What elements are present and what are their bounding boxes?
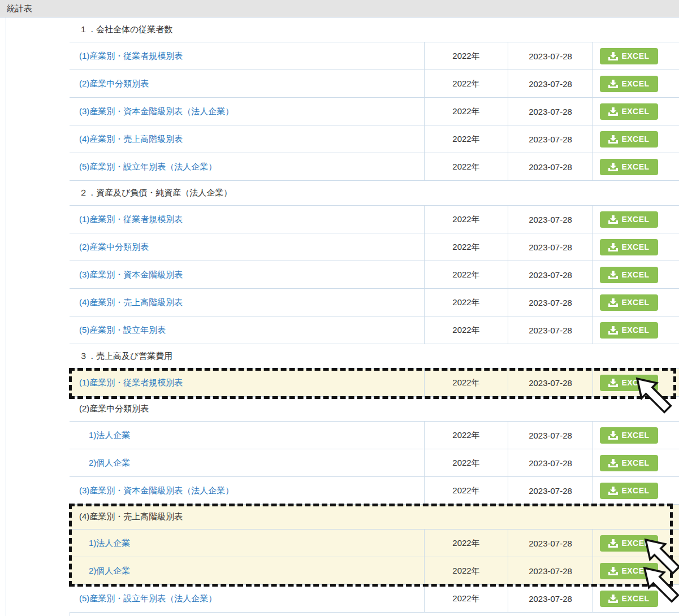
survey-year: 2022年 bbox=[424, 316, 508, 344]
table-link[interactable]: (3)産業別・資本金階級別表（法人企業） bbox=[79, 106, 233, 117]
subsection-title: (4)産業別・売上高階級別表 bbox=[70, 505, 679, 529]
excel-button-label: EXCEL bbox=[621, 566, 649, 575]
table-link[interactable]: (1)産業別・従業者規模別表 bbox=[79, 378, 183, 388]
table-link[interactable]: (3)産業別・資本金階級別表 bbox=[79, 270, 183, 280]
statistics-table: １．会社全体の従業者数(1)産業別・従業者規模別表2022年2023-07-28… bbox=[70, 18, 679, 613]
excel-button-label: EXCEL bbox=[621, 270, 649, 279]
excel-download-button[interactable]: EXCEL bbox=[600, 294, 658, 311]
update-date: 2023-07-28 bbox=[508, 477, 592, 504]
excel-download-button[interactable]: EXCEL bbox=[600, 322, 658, 339]
excel-download-button[interactable]: EXCEL bbox=[600, 131, 658, 148]
excel-download-button[interactable]: EXCEL bbox=[600, 76, 658, 92]
download-icon bbox=[608, 431, 618, 440]
survey-year: 2022年 bbox=[424, 530, 508, 557]
table-name-cell: (1)産業別・従業者規模別表 bbox=[70, 369, 424, 396]
excel-download-button[interactable]: EXCEL bbox=[600, 591, 658, 607]
table-link[interactable]: 1)法人企業 bbox=[89, 538, 130, 549]
download-icon bbox=[608, 163, 618, 171]
table-name-cell: (3)産業別・資本金階級別表（法人企業） bbox=[70, 98, 424, 125]
table-row: (1)産業別・従業者規模別表2022年2023-07-28EXCEL bbox=[70, 206, 679, 233]
excel-download-button[interactable]: EXCEL bbox=[600, 239, 658, 255]
subsection-header-row: (2)産業中分類別表 bbox=[70, 397, 679, 422]
update-date: 2023-07-28 bbox=[508, 316, 592, 344]
table-name-cell: 2)個人企業 bbox=[70, 449, 424, 476]
table-row: (5)産業別・設立年別表（法人企業）2022年2023-07-28EXCEL bbox=[70, 153, 679, 181]
excel-button-label: EXCEL bbox=[621, 539, 649, 548]
table-link[interactable]: 1)法人企業 bbox=[89, 430, 130, 441]
update-date: 2023-07-28 bbox=[508, 369, 592, 396]
survey-year: 2022年 bbox=[424, 557, 508, 584]
update-date: 2023-07-28 bbox=[508, 125, 592, 153]
excel-cell: EXCEL bbox=[592, 125, 679, 153]
excel-download-button[interactable]: EXCEL bbox=[600, 211, 658, 228]
update-date: 2023-07-28 bbox=[508, 70, 592, 97]
table-name-cell: 1)法人企業 bbox=[70, 530, 424, 557]
excel-download-button[interactable]: EXCEL bbox=[600, 455, 658, 471]
excel-button-label: EXCEL bbox=[621, 242, 649, 251]
table-link[interactable]: (3)産業別・資本金階級別表（法人企業） bbox=[79, 485, 233, 496]
table-row: 2)個人企業2022年2023-07-28EXCEL bbox=[70, 449, 679, 477]
table-link[interactable]: (2)産業中分類別表 bbox=[79, 79, 149, 89]
excel-download-button[interactable]: EXCEL bbox=[600, 563, 658, 579]
excel-download-button[interactable]: EXCEL bbox=[600, 535, 658, 552]
excel-download-button[interactable]: EXCEL bbox=[600, 375, 658, 391]
table-link[interactable]: 2)個人企業 bbox=[89, 458, 130, 468]
excel-download-button[interactable]: EXCEL bbox=[600, 483, 658, 499]
table-link[interactable]: (4)産業別・売上高階級別表 bbox=[79, 134, 183, 145]
download-icon bbox=[608, 243, 618, 251]
update-date: 2023-07-28 bbox=[508, 42, 592, 70]
download-icon bbox=[608, 595, 618, 603]
update-date: 2023-07-28 bbox=[508, 153, 592, 180]
excel-cell: EXCEL bbox=[592, 477, 679, 504]
excel-button-label: EXCEL bbox=[621, 326, 649, 335]
excel-cell: EXCEL bbox=[592, 530, 679, 557]
table-name-cell: (3)産業別・資本金階級別表（法人企業） bbox=[70, 477, 424, 504]
excel-button-label: EXCEL bbox=[621, 51, 649, 60]
update-date: 2023-07-28 bbox=[508, 557, 592, 584]
table-link[interactable]: (1)産業別・従業者規模別表 bbox=[79, 214, 183, 225]
table-row: 1)法人企業2022年2023-07-28EXCEL bbox=[70, 530, 679, 557]
table-name-cell: (4)産業別・売上高階級別表 bbox=[70, 125, 424, 153]
page: { "header": { "title": "統計表" }, "excel_l… bbox=[0, 0, 679, 616]
table-link[interactable]: (4)産業別・売上高階級別表 bbox=[79, 297, 183, 308]
table-name-cell: 2)個人企業 bbox=[70, 557, 424, 584]
survey-year: 2022年 bbox=[424, 449, 508, 476]
survey-year: 2022年 bbox=[424, 42, 508, 70]
excel-download-button[interactable]: EXCEL bbox=[600, 159, 658, 175]
survey-year: 2022年 bbox=[424, 125, 508, 153]
excel-button-label: EXCEL bbox=[621, 79, 649, 88]
update-date: 2023-07-28 bbox=[508, 98, 592, 125]
update-date: 2023-07-28 bbox=[508, 261, 592, 288]
survey-year: 2022年 bbox=[424, 98, 508, 125]
download-icon bbox=[608, 215, 618, 224]
table-link[interactable]: (5)産業別・設立年別表（法人企業） bbox=[79, 593, 217, 604]
download-icon bbox=[608, 107, 618, 116]
download-icon bbox=[608, 379, 618, 387]
table-left-gutter bbox=[6, 18, 70, 616]
table-name-cell: (2)産業中分類別表 bbox=[70, 70, 424, 97]
excel-cell: EXCEL bbox=[592, 70, 679, 97]
table-row: 2)個人企業2022年2023-07-28EXCEL bbox=[70, 557, 679, 585]
table-link[interactable]: (2)産業中分類別表 bbox=[79, 242, 149, 253]
excel-button-label: EXCEL bbox=[621, 107, 649, 116]
table-name-cell: (1)産業別・従業者規模別表 bbox=[70, 206, 424, 233]
table-name-cell: (1)産業別・従業者規模別表 bbox=[70, 42, 424, 70]
table-link[interactable]: 2)個人企業 bbox=[89, 566, 130, 576]
download-icon bbox=[608, 80, 618, 88]
table-link[interactable]: (1)産業別・従業者規模別表 bbox=[79, 51, 183, 62]
table-row: (1)産業別・従業者規模別表2022年2023-07-28EXCEL bbox=[70, 42, 679, 70]
download-icon bbox=[608, 487, 618, 495]
table-link[interactable]: (5)産業別・設立年別表 bbox=[79, 325, 166, 336]
table-row: (1)産業別・従業者規模別表2022年2023-07-28EXCEL bbox=[70, 369, 679, 397]
excel-download-button[interactable]: EXCEL bbox=[600, 103, 658, 120]
survey-year: 2022年 bbox=[424, 369, 508, 396]
table-link[interactable]: (5)産業別・設立年別表（法人企業） bbox=[79, 162, 217, 172]
table-row: 1)法人企業2022年2023-07-28EXCEL bbox=[70, 422, 679, 449]
table-row: (2)産業中分類別表2022年2023-07-28EXCEL bbox=[70, 70, 679, 98]
update-date: 2023-07-28 bbox=[508, 530, 592, 557]
excel-download-button[interactable]: EXCEL bbox=[600, 267, 658, 283]
excel-cell: EXCEL bbox=[592, 42, 679, 70]
excel-download-button[interactable]: EXCEL bbox=[600, 48, 658, 64]
download-icon bbox=[608, 271, 618, 279]
excel-download-button[interactable]: EXCEL bbox=[600, 427, 658, 444]
